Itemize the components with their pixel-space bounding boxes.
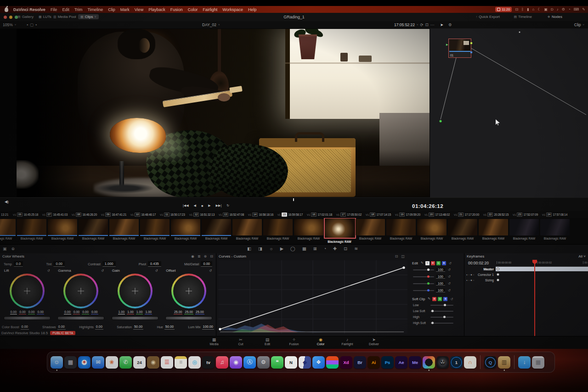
color-wheel-control[interactable]: [63, 274, 98, 308]
wheel-value[interactable]: 0.00: [19, 310, 26, 314]
dock-adobe-photoshop-icon[interactable]: Ps: [381, 356, 394, 369]
channel-slider[interactable]: [413, 283, 434, 284]
dock-notes-icon[interactable]: ≡: [175, 356, 187, 369]
color-wheel-control[interactable]: [171, 274, 206, 308]
wheel-value[interactable]: 0.00: [10, 310, 17, 314]
timeline-clip-marker[interactable]: V12220:28:52:15: [483, 211, 513, 217]
color-wheel-control[interactable]: [118, 274, 153, 308]
timeline-clip-marker[interactable]: V11416:58:18:16: [248, 211, 277, 217]
keyframe-row-sizing[interactable]: ●▫◆›Sizing: [464, 277, 588, 283]
page-tab-color[interactable]: ◉Color: [309, 337, 333, 346]
dock-unarchiver-icon[interactable]: ▥: [498, 356, 510, 369]
add-node-icon[interactable]: ⊕: [11, 246, 15, 251]
nodes-button[interactable]: ❖ Nodes: [548, 15, 562, 19]
apple-menu-icon[interactable]: [5, 7, 8, 12]
viewer-timecode[interactable]: 17:05:52:22: [394, 22, 415, 27]
display-mirror-icon[interactable]: ⊡: [515, 7, 518, 11]
image-wipe-icon[interactable]: ◧: [247, 246, 251, 251]
node-graph[interactable]: 01 ▶: [430, 28, 588, 197]
dock-reminders-icon[interactable]: ☰: [161, 356, 173, 369]
node-settings-icon[interactable]: ⚙: [448, 22, 452, 27]
clip-thumbnail[interactable]: Blackmagic RAW: [325, 219, 354, 243]
footer-colorboost[interactable]: Color Boost0.00: [2, 325, 29, 330]
tracker-icon[interactable]: ⊞: [313, 246, 317, 251]
dock-adobe-xd-icon[interactable]: Xd: [340, 356, 352, 369]
soft-slider[interactable]: [430, 317, 453, 318]
clip-thumbnail[interactable]: Blackmagic RAW: [448, 219, 477, 243]
dock-system-settings-icon[interactable]: ⚙: [257, 356, 270, 369]
expand-icon[interactable]: ⊡: [425, 22, 429, 27]
primary-wheels-icon[interactable]: ◉: [191, 254, 194, 258]
keyframe-row-master[interactable]: Master: [464, 266, 588, 272]
timeline-select[interactable]: DAY_02˅: [202, 22, 220, 27]
gear-icon[interactable]: ⚙: [562, 7, 565, 11]
timeline-clip-marker[interactable]: V11216:51:32:13: [189, 211, 219, 217]
channel-value[interactable]: 100: [436, 289, 445, 292]
clip-thumbnail[interactable]: Blackmagic RAW: [386, 219, 416, 243]
page-tab-fusion[interactable]: ✧Fusion: [282, 337, 306, 346]
clip-thumbnail[interactable]: Blackmagic RAW: [294, 219, 323, 243]
timeline-view-button[interactable]: ▤ Timeline: [514, 15, 532, 19]
wheel-value[interactable]: 25.00: [174, 310, 183, 314]
page-tab-deliver[interactable]: ➤Deliver: [362, 337, 386, 346]
corrector-node[interactable]: 01 ▶: [448, 39, 471, 58]
clip-thumbnail[interactable]: Blackmagic RAW: [479, 219, 508, 243]
sound-icon[interactable]: ♪: [557, 7, 559, 11]
menu-file[interactable]: File: [51, 7, 57, 12]
gallery-still-icon[interactable]: ▣: [3, 246, 7, 251]
timeline-clip-marker[interactable]: V11116:50:17:23: [160, 211, 189, 217]
master-wheel-slider[interactable]: [4, 316, 51, 320]
adjustment-pivot[interactable]: Pivot0.435: [139, 260, 161, 268]
power-window-icon[interactable]: ▦: [302, 246, 306, 251]
clip-thumbnail[interactable]: Blackmagic RAW: [232, 219, 262, 243]
flag-icon[interactable]: ▪: [27, 22, 28, 27]
footer-hue[interactable]: Hue50.00: [157, 325, 175, 330]
dock-notion-icon[interactable]: N: [285, 356, 297, 369]
timeline-clip-marker[interactable]: V10616:45:25:18: [13, 211, 42, 217]
channel-value[interactable]: 100: [436, 282, 445, 286]
menu-edit[interactable]: Edit: [62, 7, 69, 12]
footer-highlights[interactable]: Highlights0.00: [79, 325, 103, 330]
timeline-clip-marker[interactable]: V12317:52:07:09: [513, 211, 542, 217]
dock-adobe-illustrator-icon[interactable]: Ai: [368, 356, 380, 369]
node-level-select[interactable]: Clip˅: [574, 22, 584, 27]
soft-channel-r-button[interactable]: R: [432, 297, 436, 301]
channel-y-button[interactable]: Y: [425, 261, 430, 265]
stereo-icon[interactable]: ≋: [354, 246, 358, 251]
dock-photos-icon[interactable]: ❀: [106, 356, 118, 369]
reset-icon[interactable]: ↺: [448, 288, 451, 292]
timeline-clip-marker[interactable]: V12117:17:20:00: [454, 211, 483, 217]
clock-icon[interactable]: ◔: [568, 7, 571, 11]
dock-capture-one-icon[interactable]: 1: [450, 356, 463, 369]
page-tab-cut[interactable]: ✂Cut: [229, 337, 253, 346]
footer-value[interactable]: 0.00: [95, 325, 103, 330]
soft-reset-icon[interactable]: ↺: [450, 297, 453, 301]
clip-thumbnail[interactable]: Blackmagic RAW: [540, 219, 570, 243]
auto-color-icon[interactable]: ▶: [280, 246, 283, 251]
audio-mute-icon[interactable]: ◀︎): [5, 200, 9, 204]
channel-slider[interactable]: [413, 276, 434, 277]
keyframe-dot-icon[interactable]: [497, 268, 499, 270]
drive-icon[interactable]: D: [551, 7, 554, 11]
clip-thumbnail[interactable]: Blackmagic RAW: [509, 219, 539, 243]
clip-thumbnail[interactable]: Blackmagic RAW: [417, 219, 447, 243]
qualifier-icon[interactable]: ◯: [290, 246, 295, 251]
timeline-clip-marker[interactable]: V12417:57:08:14: [542, 211, 571, 217]
footer-lummix[interactable]: Lum Mix100.00: [188, 325, 214, 330]
curve-hist-icon[interactable]: ◫: [401, 254, 405, 258]
soft-link-icon[interactable]: ✎: [428, 297, 430, 301]
reset-icon[interactable]: ↺: [448, 274, 451, 279]
clip-thumbnail[interactable]: Blackmagic RAW: [0, 219, 16, 243]
viewer-option-icons[interactable]: ▪ ▢ ▪: [27, 22, 37, 27]
dock-adobe-bridge-icon[interactable]: Br: [354, 356, 366, 369]
page-tab-edit[interactable]: ▤Edit: [255, 337, 279, 346]
dock-podcasts-icon[interactable]: ◉: [230, 356, 242, 369]
dock-shortcuts-icon[interactable]: ❖: [312, 356, 325, 369]
page-tab-media[interactable]: ▦Media: [202, 337, 226, 346]
dock-music-icon[interactable]: ♫: [216, 356, 228, 369]
channel-g-button[interactable]: G: [436, 261, 441, 265]
master-wheel-slider[interactable]: [165, 316, 212, 320]
master-wheel-slider[interactable]: [112, 316, 158, 320]
menu-fairlight[interactable]: Fairlight: [203, 7, 217, 12]
clip-thumbnail[interactable]: Blackmagic RAW: [48, 219, 77, 243]
